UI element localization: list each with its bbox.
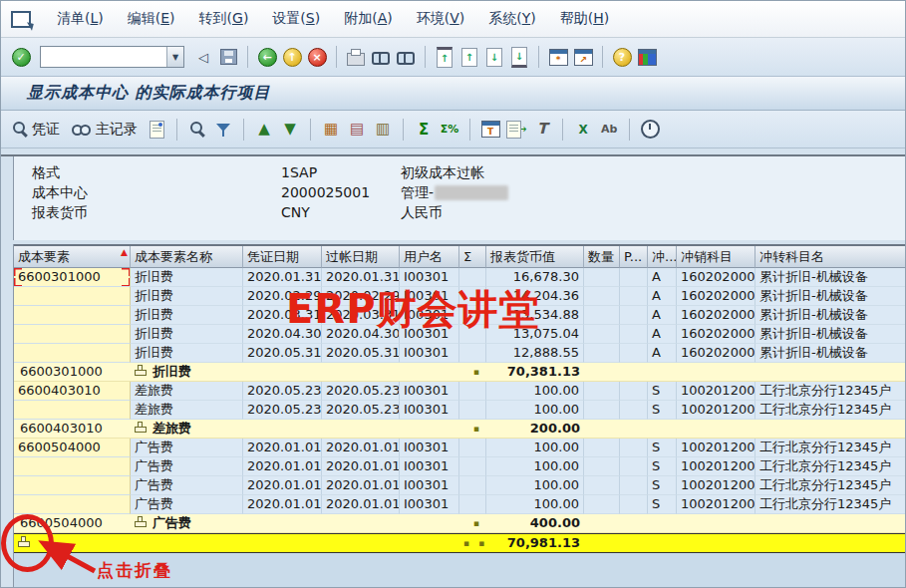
cell-posting-date[interactable] — [322, 363, 400, 382]
cell-user-name[interactable] — [400, 534, 459, 552]
new-session-button[interactable]: * — [548, 47, 568, 67]
cell-cost-element[interactable]: 6600403010 — [14, 420, 131, 439]
back-nav-button[interactable]: ← — [257, 47, 277, 67]
cell-sum-flag[interactable] — [459, 344, 486, 363]
column-header-cost-element[interactable]: 成本要素▲ — [14, 246, 131, 268]
cell-reversal-indicator[interactable]: S — [648, 457, 677, 476]
cell-sum-flag[interactable] — [459, 495, 486, 514]
export-button[interactable]: → — [506, 120, 526, 140]
cell-offset-account-name[interactable]: 工行北京分行12345户 — [755, 401, 906, 420]
cell-posting-date[interactable]: 2020.01.01 — [322, 439, 400, 457]
cell-p-flag[interactable] — [620, 439, 648, 457]
cell-reversal-indicator[interactable] — [648, 514, 677, 533]
cell-cost-element[interactable]: 6600301000 — [14, 268, 131, 287]
cell-offset-account-name[interactable] — [755, 514, 906, 533]
cell-posting-date[interactable]: 2020.05.23 — [322, 382, 400, 401]
cell-offset-account[interactable]: 1602020000 — [677, 344, 755, 363]
cell-user-name[interactable]: I00301 — [400, 439, 459, 457]
cell-p-flag[interactable] — [620, 382, 648, 401]
cell-offset-account-name[interactable]: 累计折旧-机械设备 — [755, 344, 906, 363]
search-button[interactable] — [187, 120, 207, 140]
menu-item-6[interactable]: 系统(Y) — [476, 7, 548, 29]
cell-report-currency-value[interactable]: 400.00 — [486, 514, 584, 533]
cell-posting-date[interactable]: 2020.01.01 — [322, 457, 400, 476]
cell-quantity[interactable] — [584, 514, 620, 533]
cell-offset-account[interactable]: 1002012002 — [677, 439, 755, 457]
word-processing-button[interactable]: T — [532, 120, 552, 140]
cell-offset-account[interactable] — [677, 514, 755, 533]
layout-button[interactable]: ▦ — [321, 120, 341, 140]
column-header-p-flag[interactable]: P... — [620, 246, 648, 268]
cell-quantity[interactable] — [584, 420, 620, 439]
column-header-offset-account-name[interactable]: 冲转科目名 — [755, 246, 906, 268]
cell-sum-flag[interactable] — [459, 401, 486, 420]
cell-reversal-indicator[interactable]: S — [648, 476, 677, 495]
cell-sum-flag[interactable]: ▪ ▪ — [459, 534, 486, 552]
cell-offset-account-name[interactable]: 累计折旧-机械设备 — [755, 287, 906, 306]
find-next-button[interactable] — [396, 47, 416, 67]
cell-reversal-indicator[interactable]: A — [648, 287, 677, 306]
cell-user-name[interactable]: I00301 — [400, 382, 459, 401]
cell-posting-date[interactable] — [322, 420, 400, 439]
cell-reversal-indicator[interactable] — [648, 534, 677, 552]
cell-cost-element-name[interactable]: 差旅费 — [131, 420, 243, 439]
cell-offset-account[interactable]: 1602020000 — [677, 306, 755, 325]
sort-descending-button[interactable]: ▼ — [280, 120, 300, 140]
cell-doc-date[interactable]: 2020.01.01 — [243, 476, 322, 495]
save-layout-button[interactable]: ▥ — [373, 120, 393, 140]
cell-sum-flag[interactable]: ▪ — [459, 514, 486, 533]
cell-user-name[interactable]: I00301 — [400, 457, 459, 476]
cell-posting-date[interactable] — [322, 514, 400, 533]
cell-cost-element-name[interactable]: 广告费 — [131, 476, 243, 495]
cell-p-flag[interactable] — [620, 306, 648, 325]
cell-offset-account[interactable]: 1002012002 — [677, 401, 755, 420]
cell-p-flag[interactable] — [620, 401, 648, 420]
cell-posting-date[interactable]: 2020.01.01 — [322, 476, 400, 495]
cell-user-name[interactable]: I00301 — [400, 401, 459, 420]
cell-sum-flag[interactable] — [459, 476, 486, 495]
abc-analysis-button[interactable]: Ab — [599, 120, 619, 140]
cell-cost-element-name[interactable]: 广告费 — [131, 495, 243, 514]
cell-reversal-indicator[interactable]: S — [648, 439, 677, 457]
cell-cost-element-name[interactable]: 折旧费 — [131, 325, 243, 344]
cell-doc-date[interactable]: 2020.05.23 — [243, 382, 322, 401]
cell-offset-account-name[interactable]: 累计折旧-机械设备 — [755, 325, 906, 344]
cell-cost-element[interactable]: 6600504000 — [14, 439, 131, 457]
cell-offset-account-name[interactable]: 工行北京分行12345户 — [755, 439, 906, 457]
column-header-offset-account[interactable]: 冲销科目 — [677, 246, 755, 268]
cell-report-currency-value[interactable]: 200.00 — [486, 420, 584, 439]
cell-cost-element[interactable] — [14, 495, 131, 514]
collapse-icon[interactable] — [135, 365, 148, 378]
cell-reversal-indicator[interactable]: A — [648, 306, 677, 325]
cell-reversal-indicator[interactable]: S — [648, 401, 677, 420]
cell-reversal-indicator[interactable]: A — [648, 268, 677, 287]
cell-offset-account[interactable] — [677, 363, 755, 382]
menu-item-2[interactable]: 转到(G) — [187, 7, 261, 29]
cell-user-name[interactable] — [400, 420, 459, 439]
cell-sum-flag[interactable]: ▪ — [459, 363, 486, 382]
page-up-button[interactable]: ↑ — [459, 47, 479, 67]
subtotal-button[interactable]: Σ% — [440, 120, 459, 140]
cell-quantity[interactable] — [584, 476, 620, 495]
cell-offset-account-name[interactable]: 工行北京分行12345户 — [755, 476, 906, 495]
find-button[interactable] — [371, 47, 391, 67]
command-dropdown-icon[interactable]: ▼ — [166, 47, 183, 67]
cell-p-flag[interactable] — [620, 420, 648, 439]
cell-cost-element[interactable] — [14, 344, 131, 363]
cell-user-name[interactable]: I00301 — [400, 344, 459, 363]
cell-doc-date[interactable] — [243, 534, 322, 552]
cell-quantity[interactable] — [584, 344, 620, 363]
column-header-report-currency-value[interactable]: 报表货币值 — [486, 246, 584, 268]
cell-doc-date[interactable]: 2020.05.31 — [243, 344, 322, 363]
cell-doc-date[interactable]: 2020.01.01 — [243, 495, 322, 514]
cell-cost-element-name[interactable]: 折旧费 — [131, 268, 243, 287]
cell-user-name[interactable]: I00301 — [400, 476, 459, 495]
cell-cost-element-name[interactable]: 折旧费 — [131, 306, 243, 325]
cell-cost-element-name[interactable]: 广告费 — [131, 439, 243, 457]
cell-offset-account[interactable]: 1002012002 — [677, 495, 755, 514]
cell-report-currency-value[interactable]: 12,888.55 — [486, 344, 584, 363]
cell-offset-account-name[interactable]: 工行北京分行12345户 — [755, 382, 906, 401]
cell-cost-element[interactable]: 6600403010 — [14, 382, 131, 401]
cell-offset-account[interactable] — [677, 420, 755, 439]
first-page-button[interactable]: ↑ — [435, 47, 454, 67]
